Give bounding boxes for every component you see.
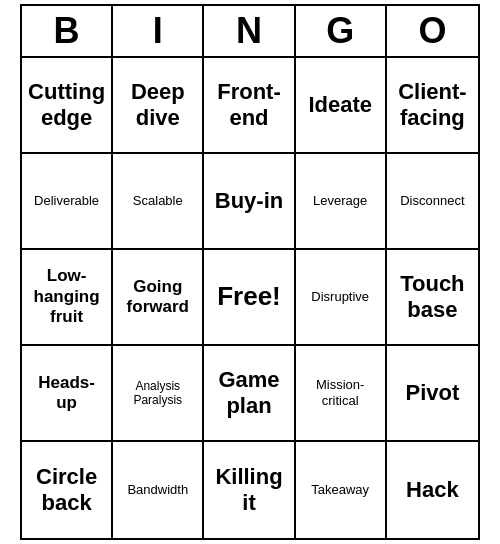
bingo-cell: Game plan xyxy=(204,346,295,442)
cell-text: Disconnect xyxy=(400,193,464,209)
cell-text: Ideate xyxy=(308,92,372,118)
cell-text: Free! xyxy=(217,281,281,312)
bingo-cell: Hack xyxy=(387,442,478,538)
header-letter: O xyxy=(387,6,478,56)
header-letter: G xyxy=(296,6,387,56)
bingo-cell: Leverage xyxy=(296,154,387,250)
header-letter: B xyxy=(22,6,113,56)
bingo-cell: Going forward xyxy=(113,250,204,346)
bingo-cell: Front-end xyxy=(204,58,295,154)
bingo-cell: Client-facing xyxy=(387,58,478,154)
bingo-cell: Pivot xyxy=(387,346,478,442)
cell-text: Mission-critical xyxy=(302,377,379,408)
cell-text: Buy-in xyxy=(215,188,283,214)
bingo-cell: Heads-up xyxy=(22,346,113,442)
cell-text: Low-hanging fruit xyxy=(28,266,105,327)
bingo-cell: Deliverable xyxy=(22,154,113,250)
bingo-cell: Disruptive xyxy=(296,250,387,346)
cell-text: Takeaway xyxy=(311,482,369,498)
bingo-header: BINGO xyxy=(22,6,478,58)
cell-text: Going forward xyxy=(119,277,196,318)
cell-text: Cutting edge xyxy=(28,79,105,132)
cell-text: Circle back xyxy=(28,464,105,517)
bingo-cell: Mission-critical xyxy=(296,346,387,442)
cell-text: Deliverable xyxy=(34,193,99,209)
cell-text: Analysis Paralysis xyxy=(119,379,196,408)
bingo-grid: Cutting edgeDeep diveFront-endIdeateClie… xyxy=(22,58,478,538)
bingo-cell: Analysis Paralysis xyxy=(113,346,204,442)
bingo-cell: Ideate xyxy=(296,58,387,154)
cell-text: Heads-up xyxy=(28,373,105,414)
bingo-cell: Low-hanging fruit xyxy=(22,250,113,346)
bingo-cell: Scalable xyxy=(113,154,204,250)
bingo-cell: Buy-in xyxy=(204,154,295,250)
cell-text: Front-end xyxy=(210,79,287,132)
cell-text: Hack xyxy=(406,477,459,503)
bingo-cell: Killing it xyxy=(204,442,295,538)
cell-text: Client-facing xyxy=(393,79,472,132)
bingo-cell: Deep dive xyxy=(113,58,204,154)
cell-text: Bandwidth xyxy=(127,482,188,498)
cell-text: Touch base xyxy=(393,271,472,324)
cell-text: Leverage xyxy=(313,193,367,209)
cell-text: Pivot xyxy=(405,380,459,406)
bingo-card: BINGO Cutting edgeDeep diveFront-endIdea… xyxy=(20,4,480,540)
bingo-cell: Free! xyxy=(204,250,295,346)
bingo-cell: Touch base xyxy=(387,250,478,346)
cell-text: Game plan xyxy=(210,367,287,420)
bingo-cell: Disconnect xyxy=(387,154,478,250)
bingo-cell: Circle back xyxy=(22,442,113,538)
bingo-cell: Cutting edge xyxy=(22,58,113,154)
bingo-cell: Bandwidth xyxy=(113,442,204,538)
cell-text: Killing it xyxy=(210,464,287,517)
cell-text: Disruptive xyxy=(311,289,369,305)
cell-text: Deep dive xyxy=(119,79,196,132)
header-letter: I xyxy=(113,6,204,56)
bingo-cell: Takeaway xyxy=(296,442,387,538)
cell-text: Scalable xyxy=(133,193,183,209)
header-letter: N xyxy=(204,6,295,56)
